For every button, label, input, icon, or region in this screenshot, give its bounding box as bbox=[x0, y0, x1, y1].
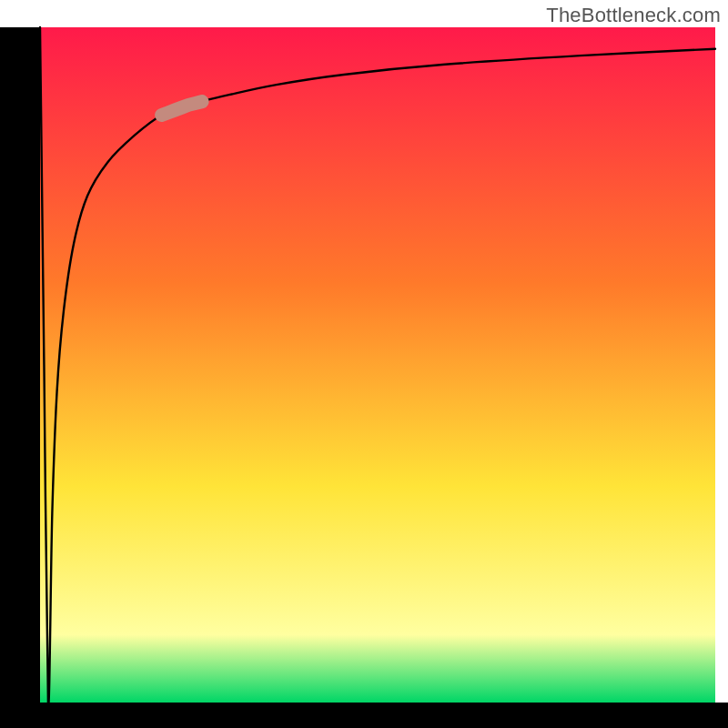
x-axis bbox=[0, 703, 728, 728]
y-axis bbox=[0, 27, 40, 728]
chart-frame: TheBottleneck.com bbox=[0, 0, 728, 728]
bottleneck-chart bbox=[0, 0, 728, 728]
watermark-text: TheBottleneck.com bbox=[546, 4, 721, 27]
